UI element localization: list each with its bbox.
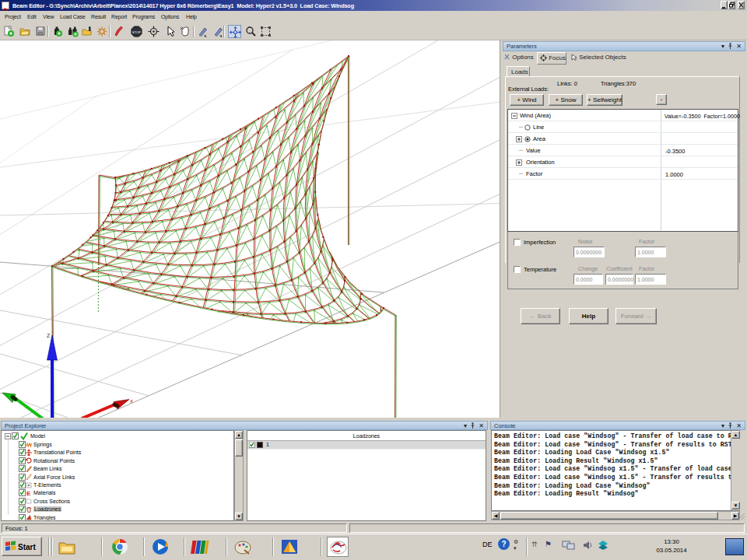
svg-text:x: x (130, 397, 133, 404)
svg-text:STOP: STOP (132, 30, 142, 34)
svg-text:Z: Z (47, 333, 51, 338)
svg-text:E: E (26, 490, 31, 496)
